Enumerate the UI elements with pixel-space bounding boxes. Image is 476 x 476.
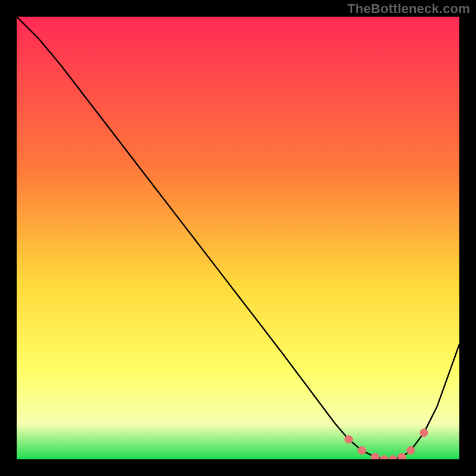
marker-dot [406,446,415,455]
marker-dot [419,428,428,437]
watermark-text: TheBottleneck.com [347,1,470,17]
marker-dot [358,446,366,455]
plot-area [17,17,459,459]
chart-svg [17,17,459,459]
gradient-background [17,17,459,459]
chart-frame: TheBottleneck.com [0,0,476,476]
marker-dot [345,436,353,444]
